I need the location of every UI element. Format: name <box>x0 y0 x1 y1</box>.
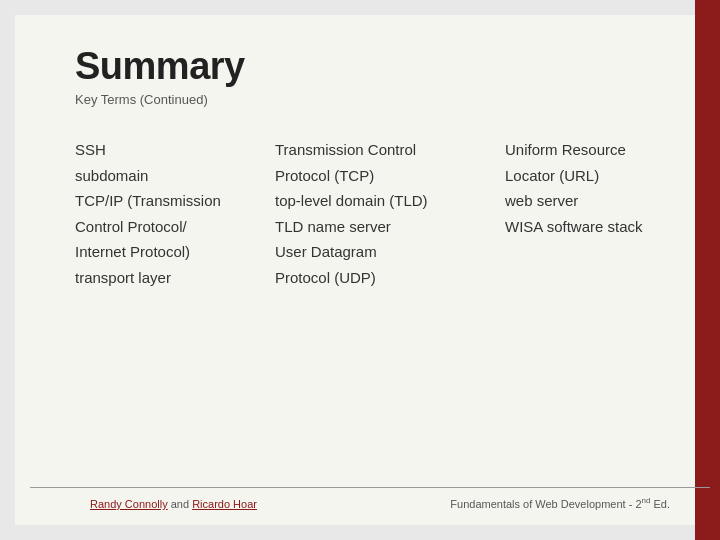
list-item: TLD name server <box>275 214 505 240</box>
list-item: TCP/IP (TransmissionControl Protocol/Int… <box>75 188 275 265</box>
list-item: WISA software stack <box>505 214 720 240</box>
footer-right-text: Fundamentals of Web Development - 2 <box>450 498 641 510</box>
footer-authors: Randy Connolly and Ricardo Hoar <box>90 498 257 510</box>
author2-name: Ricardo Hoar <box>192 498 257 510</box>
slide-container: Summary Key Terms (Continued) SSH subdom… <box>15 15 695 525</box>
footer-connector: and <box>171 498 189 510</box>
author1-name: Randy Connolly <box>90 498 168 510</box>
slide-title: Summary <box>75 45 655 88</box>
term-column-1: SSH subdomain TCP/IP (TransmissionContro… <box>75 137 275 290</box>
list-item: User DatagramProtocol (UDP) <box>275 239 505 290</box>
list-item: top-level domain (TLD) <box>275 188 505 214</box>
slide-footer: Randy Connolly and Ricardo Hoar Fundamen… <box>30 487 710 510</box>
term-column-3: Uniform ResourceLocator (URL) web server… <box>505 137 720 290</box>
list-item: subdomain <box>75 163 275 189</box>
list-item: Uniform ResourceLocator (URL) <box>505 137 720 188</box>
slide-subtitle: Key Terms (Continued) <box>75 92 655 107</box>
term-column-2: Transmission ControlProtocol (TCP) top-l… <box>275 137 505 290</box>
list-item: web server <box>505 188 720 214</box>
list-item: transport layer <box>75 265 275 291</box>
list-item: SSH <box>75 137 275 163</box>
list-item: Transmission ControlProtocol (TCP) <box>275 137 505 188</box>
footer-suffix: Ed. <box>650 498 670 510</box>
footer-edition: Fundamentals of Web Development - 2nd Ed… <box>450 496 670 510</box>
terms-grid: SSH subdomain TCP/IP (TransmissionContro… <box>75 137 655 290</box>
